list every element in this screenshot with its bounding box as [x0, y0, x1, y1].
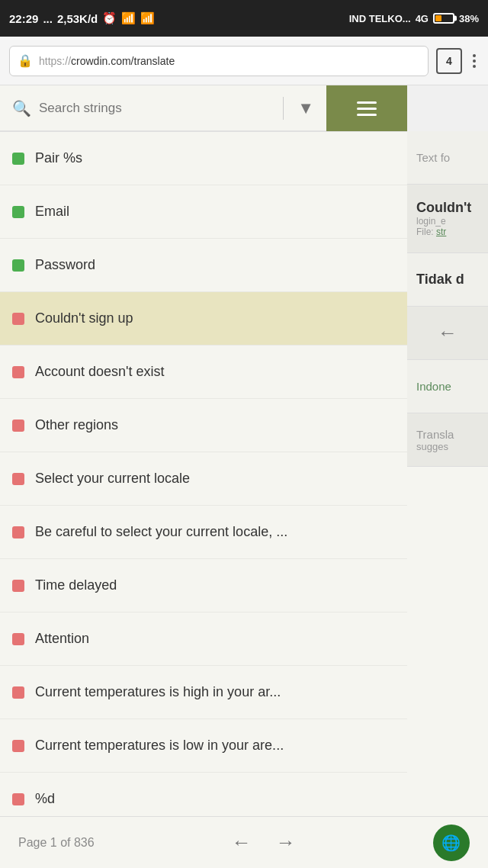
- filter-icon[interactable]: ▼: [297, 98, 314, 118]
- status-dot: [12, 526, 24, 538]
- string-text: Current temperatures is low in your are.…: [35, 738, 284, 754]
- data-speed: 2,53K/d: [57, 12, 98, 25]
- string-text: Current temperatures is high in your ar.…: [35, 684, 281, 700]
- hamburger-line1: [357, 101, 377, 104]
- string-item[interactable]: Email: [0, 185, 407, 239]
- string-item[interactable]: Current temperatures is high in your ar.…: [0, 666, 407, 719]
- string-text: Password: [35, 257, 95, 273]
- status-dot: [12, 313, 24, 325]
- lock-icon: 🔒: [18, 53, 33, 68]
- more-menu-button[interactable]: [470, 51, 479, 71]
- string-text: Other regions: [35, 417, 118, 433]
- string-text: Account doesn't exist: [35, 364, 165, 380]
- battery-icon: [433, 13, 454, 24]
- string-item[interactable]: Select your current locale: [0, 452, 407, 506]
- indone-text: Indone: [412, 380, 483, 393]
- tidak-bold: Tidak d: [412, 272, 483, 288]
- dots-display: ...: [43, 12, 53, 25]
- time-display: 22:29: [9, 12, 38, 25]
- string-text: Email: [35, 204, 69, 220]
- status-left: 22:29 ... 2,53K/d ⏰ 📶 📶: [9, 11, 155, 25]
- main-layout: 🔍 ▼ Pair %sEmailPasswordCouldn't sign up…: [0, 85, 488, 826]
- status-dot: [12, 686, 24, 699]
- string-item[interactable]: Attention: [0, 612, 407, 666]
- status-dot: [12, 420, 24, 432]
- string-item[interactable]: Couldn't sign up: [0, 292, 407, 346]
- status-right: IND TELKO... 4G 38%: [349, 13, 479, 24]
- string-item[interactable]: Current temperatures is low in your are.…: [0, 719, 407, 773]
- string-item[interactable]: Password: [0, 239, 407, 292]
- right-section-transla: Transla sugges: [407, 413, 488, 467]
- battery-percent: 38%: [459, 13, 479, 24]
- right-section-indone: Indone: [407, 360, 488, 413]
- page-label: Page 1 of 836: [18, 836, 95, 850]
- status-dot: [12, 259, 24, 272]
- string-text: Pair %s: [35, 150, 82, 166]
- right-section-back[interactable]: ←: [407, 307, 488, 360]
- string-text: Time delayed: [35, 577, 117, 593]
- dot1: [473, 54, 476, 57]
- left-panel: 🔍 ▼ Pair %sEmailPasswordCouldn't sign up…: [0, 85, 407, 826]
- status-dot: [12, 740, 24, 752]
- right-panel: Text fo Couldn't login_e File: str Tidak…: [407, 131, 488, 868]
- status-dot: [12, 580, 24, 592]
- right-section-tidak: Tidak d: [407, 253, 488, 307]
- right-section-couldnt: Couldn't login_e File: str: [407, 185, 488, 253]
- crowdin-logo: 🌐: [433, 825, 470, 861]
- search-row: 🔍 ▼: [0, 85, 407, 132]
- hamburger-line3: [357, 114, 377, 116]
- url-bar: 🔒 https://crowdin.com/translate 4: [0, 37, 488, 85]
- alarm-icon: ⏰: [102, 11, 117, 25]
- text-fo-label: Text fo: [412, 151, 483, 164]
- meta-key: login_e: [412, 216, 483, 227]
- search-input[interactable]: [39, 101, 269, 116]
- string-text: Couldn't sign up: [35, 310, 133, 326]
- tab-counter[interactable]: 4: [436, 48, 462, 74]
- string-item[interactable]: Be careful to select your current locale…: [0, 506, 407, 559]
- hamburger-menu-button[interactable]: [326, 85, 407, 131]
- hamburger-icon: [357, 101, 377, 116]
- status-dot: [12, 633, 24, 645]
- status-dot: [12, 473, 24, 485]
- next-page-button[interactable]: →: [276, 831, 296, 854]
- status-dot: [12, 793, 24, 805]
- string-list: Pair %sEmailPasswordCouldn't sign upAcco…: [0, 132, 407, 826]
- status-bar: 22:29 ... 2,53K/d ⏰ 📶 📶 IND TELKO... 4G …: [0, 0, 488, 37]
- transla-text: Transla: [412, 428, 483, 441]
- string-item[interactable]: Account doesn't exist: [0, 346, 407, 399]
- footer: Page 1 of 836 ← → 🌐: [0, 816, 488, 868]
- meta-file: File: str: [412, 227, 483, 237]
- divider: [283, 97, 284, 120]
- status-dot: [12, 206, 24, 218]
- wifi-icon: 📶: [121, 11, 136, 25]
- couldnt-bold: Couldn't: [412, 200, 483, 216]
- string-text: Be careful to select your current locale…: [35, 524, 287, 540]
- string-item[interactable]: Time delayed: [0, 559, 407, 612]
- signal-icon: 📶: [140, 11, 155, 25]
- prev-page-button[interactable]: ←: [232, 831, 252, 854]
- string-text: Select your current locale: [35, 471, 190, 487]
- string-text: %d: [35, 791, 55, 807]
- string-item[interactable]: Other regions: [0, 399, 407, 452]
- hamburger-line2: [357, 108, 377, 110]
- search-icon: 🔍: [12, 99, 31, 117]
- string-text: Attention: [35, 631, 89, 647]
- network-type: 4G: [416, 13, 429, 24]
- status-dot: [12, 153, 24, 165]
- battery-fill: [435, 15, 441, 21]
- dot2: [473, 59, 476, 63]
- url-text: https://crowdin.com/translate: [39, 55, 175, 67]
- string-item[interactable]: Pair %s: [0, 132, 407, 185]
- url-input[interactable]: 🔒 https://crowdin.com/translate: [9, 46, 429, 76]
- dot3: [473, 65, 476, 68]
- right-section-text-fo: Text fo: [407, 131, 488, 185]
- search-bar: 🔍 ▼: [0, 85, 326, 131]
- back-arrow-icon: ←: [438, 321, 458, 345]
- footer-nav: ← →: [232, 831, 296, 854]
- status-dot: [12, 366, 24, 378]
- carrier-name: IND TELKO...: [349, 13, 411, 24]
- sugges-text: sugges: [412, 441, 483, 452]
